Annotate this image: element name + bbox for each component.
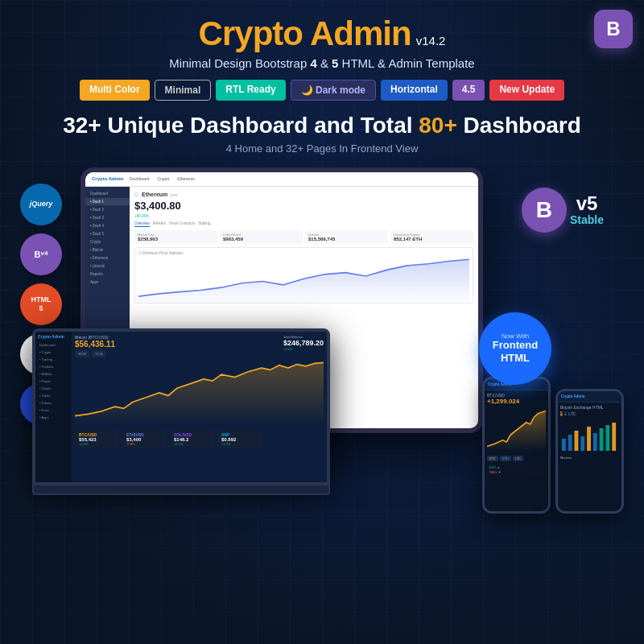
laptop-balance-group: Total Balance $246,789.20 +2.4% — [283, 335, 324, 351]
svg-rect-2 — [575, 431, 579, 451]
laptop-screen-inner: Crypto Admin Dashboard • Crypto • Tradin… — [35, 332, 327, 482]
app-subtitle: Minimal Design Bootstrap 4 & 5 HTML & Ad… — [169, 56, 474, 70]
stable-label: Stable — [570, 213, 604, 226]
frontend-main-text: Frontend — [493, 340, 538, 351]
app-title: Crypto Admin — [199, 14, 411, 53]
app-version: v14.2 — [416, 34, 446, 47]
phone-price-1: +1,299.024 — [487, 398, 546, 405]
dashboard-subline: 4 Home and 32+ Pages In Frontend View — [226, 142, 419, 155]
price-chart-svg — [138, 257, 469, 303]
svg-rect-6 — [600, 428, 604, 451]
svg-rect-5 — [593, 433, 597, 451]
xrp-usd-card: XRP $0.892 +1.2% — [217, 430, 262, 448]
stat-fully-diluted: Fully Diluted $963,459 — [220, 230, 303, 244]
phone-markets-label: Markets — [560, 456, 619, 460]
phones-area: Crypto Admin BTC/USD +1,299.024 — [482, 377, 624, 514]
main-content: Crypto Admin v14.2 Minimal Design Bootst… — [0, 0, 644, 522]
svg-rect-1 — [568, 435, 572, 451]
frontend-html-badge: Now With Frontend HTML — [479, 312, 551, 385]
mockups-area: jQuery Bv4 HTML5 Sass CSS3 Crypto Admin … — [16, 167, 628, 514]
badge-rtl[interactable]: RTL Ready — [216, 80, 285, 101]
dash-logo: Crypto Admin — [92, 176, 124, 181]
eth-header: ⬡ Ethereum ETH — [134, 192, 473, 197]
title-row: Crypto Admin v14.2 — [199, 14, 446, 53]
badge-newupdate[interactable]: New Update — [489, 80, 564, 101]
jquery-icon: jQuery — [20, 184, 62, 225]
eth-tabs: Overview Markets Smart Contracts Staking — [134, 221, 473, 227]
bootstrap4-icon: Bv4 — [20, 233, 62, 275]
phone-mockup-2: Crypto Admin Bitcoin Exchange HTML ₿ Ξ L… — [555, 389, 624, 514]
bootstrap-icon: B — [594, 10, 633, 48]
frontend-html-text: HTML — [501, 352, 530, 364]
laptop-mockup: Crypto Admin Dashboard • Crypto • Tradin… — [32, 328, 330, 514]
badges-row: Multi Color Minimal RTL Ready 🌙 Dark mod… — [80, 80, 564, 101]
laptop-chart-svg — [75, 361, 324, 425]
laptop-base — [32, 485, 330, 495]
btc-usd-card: BTC/USD $55,423 +2.4% — [75, 430, 119, 448]
laptop-sidebar: Crypto Admin Dashboard • Crypto • Tradin… — [35, 332, 72, 482]
svg-rect-8 — [612, 423, 616, 451]
badge-45[interactable]: 4.5 — [452, 80, 485, 101]
frontend-circle: Now With Frontend HTML — [479, 312, 551, 385]
sol-usd-card: SOL/USD $148.2 +5.1% — [170, 430, 214, 448]
eth-usd-card: ETH/USD $3,400 -0.8% — [122, 430, 167, 448]
v5-text-group: v5 Stable — [570, 194, 604, 226]
phone-content-1: BTC/USD +1,299.024 — [485, 390, 548, 478]
svg-rect-7 — [605, 425, 609, 451]
bootstrap-v5-badge: B v5 Stable — [522, 188, 604, 233]
svg-rect-4 — [587, 427, 591, 451]
phone-screen-1: Crypto Admin BTC/USD +1,299.024 — [485, 379, 548, 511]
phone-coins: ₿ Ξ LTC — [560, 411, 619, 416]
phone-chart-1 — [487, 407, 546, 451]
laptop-dashboard: Crypto Admin Dashboard • Crypto • Tradin… — [35, 332, 327, 482]
desktop-chart: ⬡ Ethereum Price Statistics — [134, 247, 473, 303]
svg-rect-3 — [580, 436, 584, 451]
html5-icon: HTML5 — [20, 283, 62, 325]
svg-rect-0 — [562, 439, 566, 451]
laptop-screen: Crypto Admin Dashboard • Crypto • Tradin… — [32, 328, 330, 485]
eth-price: $3,400.80 — [134, 200, 473, 212]
dash-header: Crypto Admin Dashboard Crypto Ethereum — [85, 172, 478, 187]
stat-grid: Market Cap $258,963 Fully Diluted $963,4… — [134, 230, 473, 244]
stat-market-cap: Market Cap $258,963 — [134, 230, 217, 244]
stat-circulating: Circulating Supply 852,147 ETH — [390, 230, 473, 244]
bootstrap-b-circle: B — [522, 188, 567, 233]
eth-name: Ethereum — [142, 192, 167, 197]
phone-screen-2: Crypto Admin Bitcoin Exchange HTML ₿ Ξ L… — [558, 391, 621, 511]
v5-label: v5 — [570, 194, 604, 213]
badge-multicolor[interactable]: Multi Color — [80, 80, 150, 101]
phone-tags-1: BTC ETH LTC — [487, 456, 546, 461]
phone-title-2: Bitcoin Exchange HTML — [560, 405, 619, 410]
laptop-header-row: Bitcoin (BTC/USD) $56,436.11 32.09 12.9k… — [75, 335, 324, 357]
laptop-total-balance: $246,789.20 — [283, 339, 324, 347]
badge-minimal[interactable]: Minimal — [155, 80, 212, 101]
badge-horizontal[interactable]: Horizontal — [381, 80, 448, 101]
laptop-main-content: Bitcoin (BTC/USD) $56,436.11 32.09 12.9k… — [72, 332, 327, 482]
phone-chart-2 — [560, 419, 619, 451]
eth-change: +80.06% — [134, 214, 473, 218]
laptop-btc-price: $56,436.11 — [75, 340, 115, 349]
laptop-logo: Crypto Admin — [38, 334, 69, 339]
phone-mockup-1: Crypto Admin BTC/USD +1,299.024 — [482, 377, 551, 514]
phone-logo-2: Crypto Admin — [561, 394, 585, 398]
badge-darkmode[interactable]: 🌙 Dark mode — [291, 80, 376, 101]
laptop-price-group: Bitcoin (BTC/USD) $56,436.11 32.09 12.9k — [75, 335, 115, 357]
laptop-mini-stats: 32.09 12.9k — [75, 350, 115, 357]
dashboard-headline: 32+ Unique Dashboard and Total 80+ Dashb… — [63, 112, 581, 139]
stat-volume: Volume $15,569,745 — [305, 230, 388, 244]
phone-content-2: Bitcoin Exchange HTML ₿ Ξ LTC — [558, 402, 621, 462]
phone-header-2: Crypto Admin — [558, 391, 621, 402]
laptop-crypto-list: BTC/USD $55,423 +2.4% ETH/USD $3,400 -0.… — [75, 430, 324, 448]
phone-orderbook-1: BUY ▲ SELL ▼ — [487, 464, 546, 476]
